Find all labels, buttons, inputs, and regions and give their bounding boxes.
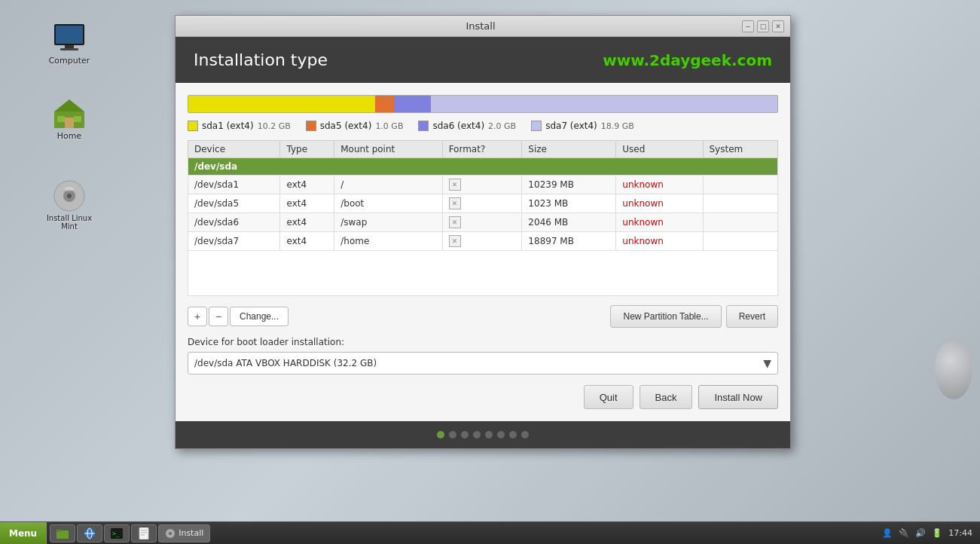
format-checkbox-row2[interactable]: ✕	[449, 197, 461, 209]
row1-system	[703, 176, 778, 194]
partition-left-buttons: + − Change...	[188, 307, 289, 326]
new-partition-table-button[interactable]: New Partition Table...	[610, 305, 721, 328]
svg-text:>_: >_	[112, 530, 120, 537]
scroll-decoration	[935, 339, 972, 399]
window-title: Install	[219, 20, 742, 32]
col-used: Used	[616, 141, 703, 158]
progress-dot-5	[485, 431, 493, 439]
row3-format: ✕	[442, 213, 522, 232]
add-partition-button[interactable]: +	[188, 307, 207, 326]
legend-sda5-label: sda5 (ext4)	[320, 121, 372, 131]
taskbar-menu-button[interactable]: Menu	[0, 522, 47, 544]
taskbar-terminal[interactable]: >_	[104, 524, 130, 542]
row4-type: ext4	[280, 232, 334, 251]
row3-type: ext4	[280, 213, 334, 232]
row1-mount: /	[334, 176, 442, 194]
dropdown-arrow-icon: ▼	[763, 357, 771, 369]
folder-icon	[56, 527, 69, 539]
legend-sda5-size: 1.0 GB	[375, 121, 403, 131]
format-checkbox-row3[interactable]: ✕	[449, 216, 461, 228]
taskbar-browser[interactable]	[77, 524, 102, 542]
tray-battery-icon: 🔋	[932, 528, 942, 538]
remove-partition-button[interactable]: −	[209, 307, 228, 326]
installation-type-title: Installation type	[194, 50, 328, 69]
format-checkbox-row1[interactable]: ✕	[449, 179, 461, 191]
legend-sda7-color	[531, 121, 542, 131]
svg-rect-7	[74, 116, 81, 122]
col-device: Device	[188, 141, 280, 158]
svg-rect-2	[65, 45, 74, 48]
row4-device: /dev/sda7	[188, 232, 280, 251]
taskbar: Menu >_	[0, 521, 980, 544]
row3-mount: /swap	[334, 213, 442, 232]
tray-user-icon: 👤	[882, 528, 893, 538]
row4-format: ✕	[442, 232, 522, 251]
col-mount: Mount point	[334, 141, 442, 158]
row1-type: ext4	[280, 176, 334, 194]
legend-sda7-size: 18.9 GB	[601, 121, 634, 131]
install-mint-icon[interactable]: Install Linux Mint	[39, 173, 99, 235]
computer-icon[interactable]: Computer	[39, 15, 99, 70]
legend-sda6: sda6 (ext4) 2.0 GB	[418, 121, 516, 131]
taskbar-text-editor[interactable]	[131, 524, 157, 542]
col-system: System	[703, 141, 778, 158]
progress-dot-7	[509, 431, 517, 439]
window-header: Installation type www.2daygeek.com	[176, 37, 790, 83]
quit-button[interactable]: Quit	[584, 385, 633, 409]
back-button[interactable]: Back	[640, 385, 693, 409]
partition-bar	[188, 95, 778, 113]
close-button[interactable]: ✕	[772, 20, 784, 32]
progress-dot-1	[437, 431, 444, 439]
window-controls: − □ ✕	[742, 20, 784, 32]
legend-sda6-size: 2.0 GB	[488, 121, 516, 131]
taskbar-time: 17:44	[948, 528, 972, 538]
table-row[interactable]: /dev/sda6 ext4 /swap ✕ 2046 MB unknown	[188, 213, 778, 232]
legend-sda1-color	[188, 121, 198, 131]
computer-label: Computer	[49, 56, 90, 66]
legend-sda1: sda1 (ext4) 10.2 GB	[188, 121, 291, 131]
row2-type: ext4	[280, 194, 334, 213]
svg-point-12	[65, 187, 74, 191]
monitor-svg	[51, 20, 87, 56]
bootloader-value: /dev/sda ATA VBOX HARDDISK (32.2 GB)	[194, 358, 377, 368]
partition-sda7-bar	[431, 96, 777, 112]
taskbar-file-manager[interactable]	[50, 524, 75, 542]
row2-used: unknown	[616, 194, 703, 213]
table-row[interactable]: /dev/sda5 ext4 /boot ✕ 1023 MB unknown	[188, 194, 778, 213]
format-checkbox-row4[interactable]: ✕	[449, 235, 461, 247]
install-now-button[interactable]: Install Now	[698, 385, 778, 409]
progress-dot-8	[521, 431, 529, 439]
col-type: Type	[280, 141, 334, 158]
legend-sda6-color	[418, 121, 429, 131]
partition-action-row: + − Change... New Partition Table... Rev…	[188, 305, 778, 328]
device-header-row[interactable]: /dev/sda	[188, 158, 778, 176]
home-svg	[51, 95, 87, 131]
taskbar-install-item[interactable]: Install	[158, 524, 210, 542]
row4-system	[703, 232, 778, 251]
row1-used: unknown	[616, 176, 703, 194]
table-row[interactable]: /dev/sda7 ext4 /home ✕ 18897 MB unknown	[188, 232, 778, 251]
progress-dot-4	[473, 431, 481, 439]
tray-volume-icon: 🔊	[915, 528, 926, 538]
home-icon[interactable]: Home	[39, 90, 99, 145]
minimize-button[interactable]: −	[742, 20, 754, 32]
svg-rect-8	[65, 118, 74, 128]
install-disc-icon	[165, 528, 176, 539]
browser-icon	[84, 527, 96, 539]
change-partition-button[interactable]: Change...	[230, 307, 289, 326]
svg-rect-14	[56, 530, 62, 532]
bootloader-dropdown[interactable]: /dev/sda ATA VBOX HARDDISK (32.2 GB) ▼	[188, 352, 778, 374]
bootloader-label: Device for boot loader installation:	[188, 337, 778, 347]
taskbar-install-label: Install	[179, 528, 203, 538]
svg-rect-20	[139, 527, 148, 539]
svg-rect-3	[60, 48, 78, 50]
revert-button[interactable]: Revert	[726, 305, 778, 328]
partition-sda6-bar	[394, 96, 431, 112]
svg-marker-5	[54, 99, 84, 112]
maximize-button[interactable]: □	[757, 20, 769, 32]
table-row[interactable]: /dev/sda1 ext4 / ✕ 10239 MB unknown	[188, 176, 778, 194]
row2-format: ✕	[442, 194, 522, 213]
row3-system	[703, 213, 778, 232]
row4-used: unknown	[616, 232, 703, 251]
partition-legend: sda1 (ext4) 10.2 GB sda5 (ext4) 1.0 GB s…	[188, 121, 778, 131]
